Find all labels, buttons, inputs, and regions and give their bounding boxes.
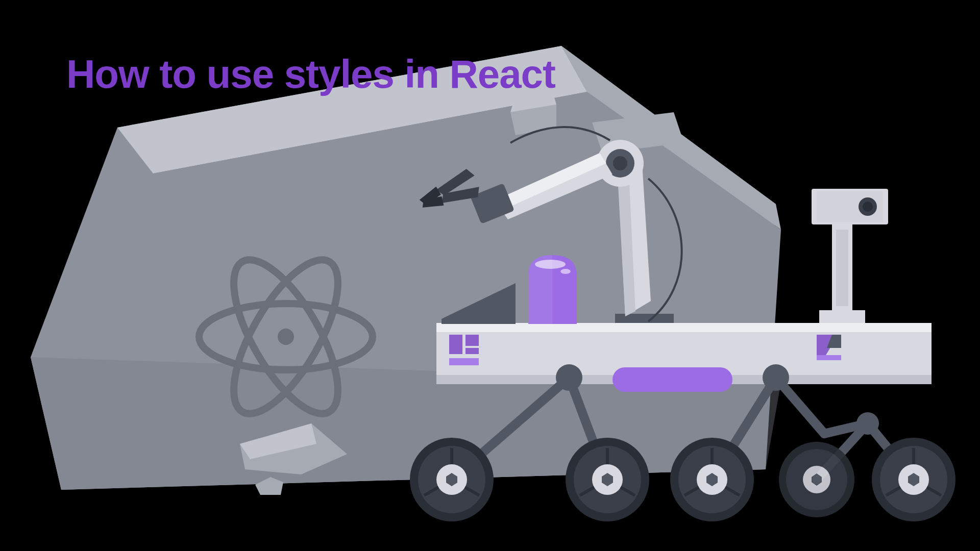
svg-line-54: [776, 378, 824, 434]
svg-point-47: [535, 260, 566, 269]
svg-rect-40: [465, 335, 479, 346]
page-title: How to use styles in React: [66, 51, 555, 97]
svg-rect-39: [449, 335, 462, 354]
svg-point-27: [613, 156, 627, 170]
svg-rect-41: [465, 348, 479, 354]
rover-decal-right: [817, 335, 841, 360]
svg-point-20: [863, 202, 873, 212]
svg-point-48: [560, 269, 571, 274]
svg-rect-36: [436, 323, 932, 332]
rock-illustration: [31, 46, 781, 495]
rover-camera-mast: [812, 189, 888, 323]
svg-rect-42: [449, 358, 479, 365]
svg-rect-38: [612, 367, 732, 392]
svg-point-11: [278, 329, 294, 345]
svg-rect-16: [836, 230, 848, 306]
svg-rect-21: [819, 310, 865, 323]
svg-rect-45: [817, 355, 841, 360]
